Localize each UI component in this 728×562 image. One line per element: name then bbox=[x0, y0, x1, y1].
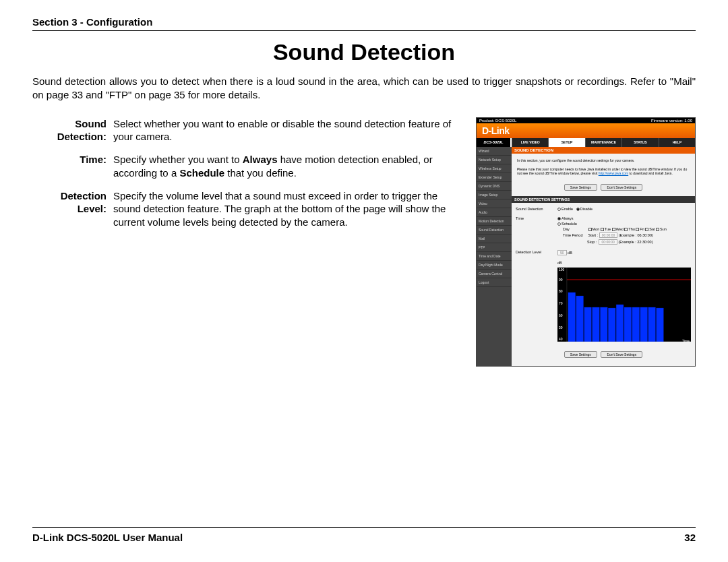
sidebar-item[interactable]: Extender Setup bbox=[477, 173, 512, 182]
svg-text:80: 80 bbox=[559, 290, 563, 293]
def-desc-detection-level: Specify the volume level that a sound mu… bbox=[113, 189, 466, 229]
svg-text:90: 90 bbox=[559, 278, 563, 282]
always-radio[interactable] bbox=[557, 217, 561, 220]
save-settings-button[interactable]: Save Settings bbox=[564, 184, 597, 191]
start-time-input[interactable]: 00:00:00 bbox=[599, 232, 617, 238]
sidebar: Wizard Network Setup Wireless Setup Exte… bbox=[477, 147, 512, 366]
detection-level-input[interactable]: 90 bbox=[557, 250, 567, 255]
sound-detection-label: Sound Detection bbox=[516, 207, 555, 211]
sidebar-item[interactable]: Audio bbox=[477, 208, 512, 217]
schedule-radio[interactable] bbox=[557, 222, 561, 226]
page-title: Sound Detection bbox=[32, 39, 696, 65]
def-desc-sound-detection: Select whether you want to enable or dis… bbox=[113, 117, 466, 144]
sidebar-item[interactable]: Logout bbox=[477, 278, 512, 287]
brand-logo: D-Link bbox=[482, 125, 510, 136]
definitions-list: Sound Detection: Select whether you want… bbox=[32, 117, 466, 239]
panel-sound-detection-title: SOUND DETECTION bbox=[512, 147, 695, 154]
product-label: Product: DCS-5020L bbox=[479, 119, 516, 123]
day-tue[interactable] bbox=[601, 228, 604, 231]
tab-maintenance[interactable]: MAINTENANCE bbox=[585, 138, 621, 147]
panel-sound-detection-text: In this section, you can configure the s… bbox=[516, 156, 691, 180]
footer-manual-title: D-Link DCS-5020L User Manual bbox=[32, 532, 183, 543]
time-label: Time bbox=[516, 216, 555, 220]
sidebar-item[interactable]: Mail bbox=[477, 235, 512, 243]
def-term-sound-detection: Sound Detection: bbox=[32, 117, 113, 144]
model-label: DCS-5020L bbox=[477, 138, 512, 147]
day-thu[interactable] bbox=[624, 228, 628, 231]
svg-rect-17 bbox=[624, 307, 632, 342]
svg-rect-14 bbox=[600, 307, 607, 342]
sidebar-item[interactable]: Sound Detection bbox=[477, 226, 512, 235]
svg-rect-18 bbox=[632, 307, 640, 342]
tab-status[interactable]: STATUS bbox=[621, 138, 658, 147]
day-mon[interactable] bbox=[588, 228, 592, 231]
svg-text:100: 100 bbox=[559, 268, 564, 272]
tab-setup[interactable]: SETUP bbox=[548, 138, 584, 147]
svg-text:50: 50 bbox=[559, 326, 563, 330]
day-sat[interactable] bbox=[645, 228, 648, 231]
sidebar-item[interactable]: Camera Control bbox=[477, 270, 512, 278]
svg-rect-20 bbox=[648, 307, 656, 342]
enable-radio[interactable] bbox=[557, 208, 561, 211]
stop-time-input[interactable]: 00:00:00 bbox=[599, 239, 617, 245]
svg-rect-19 bbox=[640, 307, 648, 342]
svg-text:60: 60 bbox=[559, 314, 563, 317]
sidebar-item[interactable]: Motion Detection bbox=[477, 217, 512, 226]
intro-paragraph: Sound detection allows you to detect whe… bbox=[32, 75, 696, 102]
svg-rect-11 bbox=[576, 296, 584, 342]
sidebar-item[interactable]: Video bbox=[477, 199, 512, 208]
svg-rect-12 bbox=[584, 307, 592, 342]
day-wed[interactable] bbox=[612, 228, 615, 231]
section-header: Section 3 - Configuration bbox=[32, 16, 696, 31]
sidebar-item[interactable]: Dynamic DNS bbox=[477, 182, 512, 191]
sidebar-item[interactable]: Day/Night Mode bbox=[477, 261, 512, 270]
svg-rect-15 bbox=[608, 308, 615, 342]
sidebar-item[interactable]: Time and Date bbox=[477, 252, 512, 261]
panel-settings-title: SOUND DETECTION SETTINGS bbox=[512, 196, 695, 203]
def-term-detection-level: Detection Level: bbox=[32, 189, 113, 229]
sidebar-item[interactable]: Wireless Setup bbox=[477, 164, 512, 173]
sound-level-graph: 100 90 80 70 60 50 40 bbox=[557, 268, 691, 342]
detection-level-label: Detection Level bbox=[516, 250, 555, 254]
def-desc-time: Specify whether you want to Always have … bbox=[113, 153, 466, 180]
day-fri[interactable] bbox=[636, 228, 639, 231]
save-settings-button-bottom[interactable]: Save Settings bbox=[564, 351, 597, 358]
svg-rect-13 bbox=[592, 307, 599, 342]
def-term-time: Time: bbox=[32, 153, 113, 180]
brand-banner: D-Link bbox=[477, 123, 695, 138]
sidebar-item[interactable]: Image Setup bbox=[477, 191, 512, 199]
svg-rect-10 bbox=[568, 292, 576, 342]
svg-rect-21 bbox=[657, 308, 664, 342]
java-link[interactable]: http://www.java.com bbox=[599, 171, 628, 175]
db-label: dB bbox=[557, 261, 562, 265]
dont-save-settings-button-bottom[interactable]: Don't Save Settings bbox=[601, 351, 642, 358]
dont-save-settings-button[interactable]: Don't Save Settings bbox=[601, 184, 642, 191]
svg-rect-16 bbox=[616, 305, 624, 342]
svg-text:40: 40 bbox=[559, 338, 563, 341]
sidebar-item[interactable]: Network Setup bbox=[477, 156, 512, 164]
day-sun[interactable] bbox=[656, 228, 659, 231]
sidebar-item[interactable]: FTP bbox=[477, 243, 512, 252]
config-screenshot: Product: DCS-5020L Firmware version: 1.0… bbox=[476, 117, 696, 367]
disable-radio[interactable] bbox=[576, 208, 580, 211]
firmware-label: Firmware version: 1.00 bbox=[651, 119, 692, 123]
sidebar-item[interactable]: Wizard bbox=[477, 147, 512, 156]
footer-page-number: 32 bbox=[684, 532, 696, 543]
tab-help[interactable]: HELP bbox=[659, 138, 695, 147]
tab-live-video[interactable]: LIVE VIDEO bbox=[512, 138, 548, 147]
svg-text:70: 70 bbox=[559, 302, 563, 305]
